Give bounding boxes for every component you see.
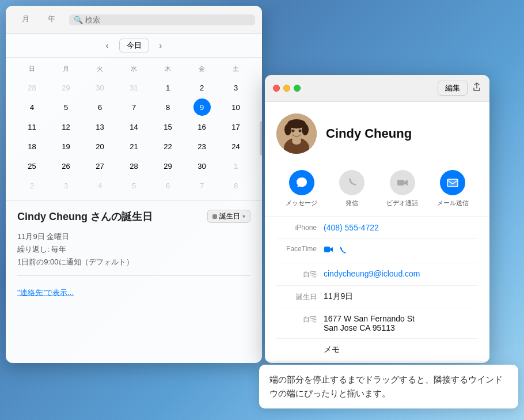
video-icon xyxy=(390,170,415,195)
calendar-view-tabs: 月 年 xyxy=(13,10,64,29)
cal-day[interactable]: 23 xyxy=(193,138,211,155)
svg-rect-10 xyxy=(447,179,458,187)
cal-day[interactable]: 13 xyxy=(92,118,109,135)
cal-day[interactable]: 6 xyxy=(160,177,177,194)
message-action-button[interactable]: メッセージ xyxy=(276,170,327,207)
cal-day[interactable]: 5 xyxy=(58,99,75,116)
mail-label: メール送信 xyxy=(437,199,469,207)
mail-action-button[interactable]: メール送信 xyxy=(428,170,479,207)
calendar-search-area[interactable]: 🔍 xyxy=(69,14,255,25)
contact-link[interactable]: "連絡先"で表示... xyxy=(17,287,74,298)
mail-icon xyxy=(440,170,465,195)
svg-point-6 xyxy=(302,124,309,135)
contacts-info: iPhone (408) 555-4722 FaceTime xyxy=(265,217,489,361)
cal-day[interactable]: 29 xyxy=(160,157,177,175)
today-button[interactable]: 今日 xyxy=(119,39,149,52)
cal-day[interactable]: 16 xyxy=(193,118,211,135)
cal-day[interactable]: 21 xyxy=(126,138,143,155)
tab-year[interactable]: 年 xyxy=(39,10,64,29)
cal-day[interactable]: 22 xyxy=(160,138,177,155)
cal-day[interactable]: 27 xyxy=(92,157,109,175)
cal-day[interactable]: 17 xyxy=(227,118,245,135)
email-value[interactable]: cindycheung9@icloud.com xyxy=(324,269,478,278)
video-label: ビデオ通話 xyxy=(386,199,418,207)
search-input[interactable] xyxy=(85,16,250,24)
message-label: メッセージ xyxy=(286,199,317,207)
cal-day[interactable]: 29 xyxy=(58,79,75,96)
contacts-window: 編集 xyxy=(265,75,489,363)
maximize-button[interactable] xyxy=(294,85,301,92)
cal-day[interactable]: 14 xyxy=(126,118,143,135)
next-month-button[interactable]: › xyxy=(156,40,166,51)
contacts-profile: Cindy Cheung xyxy=(265,102,489,163)
resize-handle[interactable] xyxy=(260,121,262,156)
svg-point-5 xyxy=(284,124,291,135)
cal-day[interactable]: 7 xyxy=(193,177,211,194)
tooltip-text: 端の部分を停止するまでドラッグすると、隣接するウインドウの端にぴったりと揃います… xyxy=(269,374,503,398)
call-icon xyxy=(339,170,364,195)
category-label: 誕生日 xyxy=(219,211,240,221)
search-icon: 🔍 xyxy=(74,16,83,24)
contact-name: Cindy Cheung xyxy=(326,126,412,141)
cal-day[interactable]: 20 xyxy=(92,138,109,155)
video-action-button[interactable]: ビデオ通話 xyxy=(377,170,428,207)
cal-day[interactable]: 5 xyxy=(126,177,143,194)
cal-day[interactable]: 8 xyxy=(227,177,245,194)
cal-day[interactable]: 1 xyxy=(160,79,177,96)
cal-day[interactable]: 28 xyxy=(24,79,41,96)
cal-day[interactable]: 7 xyxy=(126,99,143,116)
tab-month[interactable]: 月 xyxy=(13,10,39,29)
cal-day[interactable]: 18 xyxy=(24,138,41,155)
cal-day[interactable]: 4 xyxy=(92,177,109,194)
cal-day[interactable]: 24 xyxy=(227,138,245,155)
cal-day[interactable]: 9 xyxy=(193,99,211,116)
event-detail: Cindy Cheung さんの誕生日 誕生日 ▾ 11月9日 金曜日 繰り返し… xyxy=(6,200,262,307)
cal-day[interactable]: 2 xyxy=(193,79,211,96)
cal-day[interactable]: 25 xyxy=(24,157,41,175)
cal-day[interactable]: 11 xyxy=(24,118,41,135)
cal-day[interactable]: 4 xyxy=(24,99,41,116)
contacts-titlebar: 編集 xyxy=(265,75,489,102)
cal-day[interactable]: 19 xyxy=(58,138,75,155)
traffic-lights xyxy=(273,85,301,92)
prev-month-button[interactable]: ‹ xyxy=(102,40,112,51)
phone-row: iPhone (408) 555-4722 xyxy=(276,217,478,239)
cal-day[interactable]: 2 xyxy=(24,177,41,194)
weekday-mon: 月 xyxy=(49,62,83,75)
cal-day[interactable]: 3 xyxy=(58,177,75,194)
event-title: Cindy Cheung さんの誕生日 xyxy=(17,210,153,224)
address-value: 1677 W San Fernando St San Jose CA 95113 xyxy=(324,314,478,332)
avatar xyxy=(276,113,317,154)
cal-day[interactable]: 3 xyxy=(227,79,245,96)
birthday-row: 誕生日 11月9日 xyxy=(276,286,478,308)
address-line2: San Jose CA 95113 xyxy=(324,323,478,332)
call-action-button[interactable]: 発信 xyxy=(327,170,378,207)
address-line1: 1677 W San Fernando St xyxy=(324,314,478,323)
birthday-value: 11月9日 xyxy=(324,292,478,302)
event-category-badge[interactable]: 誕生日 ▾ xyxy=(207,210,250,223)
phone-value[interactable]: (408) 555-4722 xyxy=(324,223,478,232)
cal-day[interactable]: 6 xyxy=(92,99,109,116)
share-button[interactable] xyxy=(472,82,481,94)
svg-rect-9 xyxy=(397,180,404,186)
facetime-video-icon[interactable] xyxy=(324,245,334,257)
facetime-audio-icon[interactable] xyxy=(339,245,347,257)
cal-day[interactable]: 1 xyxy=(227,157,245,175)
svg-point-7 xyxy=(292,130,295,133)
cal-day[interactable]: 15 xyxy=(160,118,177,135)
weekday-sun: 日 xyxy=(15,62,49,75)
cal-day[interactable]: 12 xyxy=(58,118,75,135)
cal-day[interactable]: 30 xyxy=(193,157,211,175)
event-date: 11月9日 金曜日 xyxy=(17,230,250,243)
cal-day[interactable]: 30 xyxy=(92,79,109,96)
cal-day[interactable]: 10 xyxy=(227,99,245,116)
cal-day[interactable]: 28 xyxy=(126,157,143,175)
cal-day[interactable]: 26 xyxy=(58,157,75,175)
action-buttons-row: メッセージ 発信 ビデオ通話 xyxy=(265,163,489,217)
cal-day[interactable]: 8 xyxy=(160,99,177,116)
more-label xyxy=(276,345,317,345)
cal-day[interactable]: 31 xyxy=(126,79,143,96)
edit-button[interactable]: 編集 xyxy=(438,81,468,96)
close-button[interactable] xyxy=(273,85,280,92)
minimize-button[interactable] xyxy=(283,85,290,92)
